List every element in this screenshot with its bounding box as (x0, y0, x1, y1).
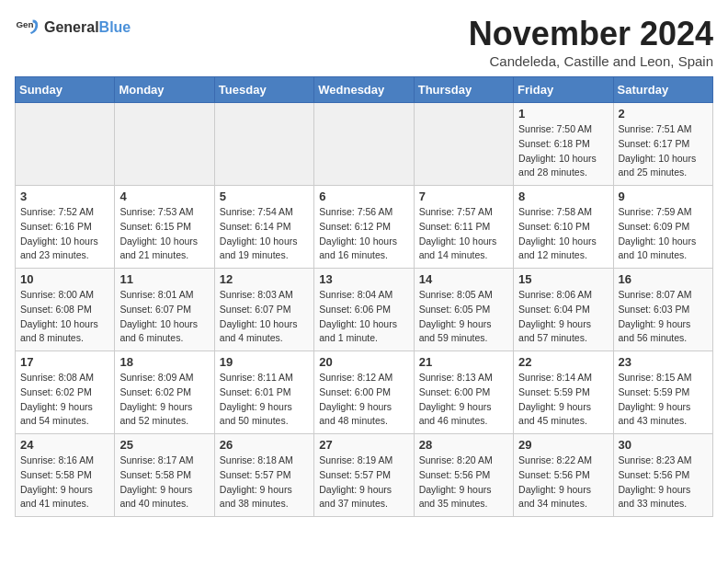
calendar-week-1: 1Sunrise: 7:50 AM Sunset: 6:18 PM Daylig… (16, 103, 713, 186)
calendar-cell: 8Sunrise: 7:58 AM Sunset: 6:10 PM Daylig… (514, 186, 613, 269)
calendar-cell: 18Sunrise: 8:09 AM Sunset: 6:02 PM Dayli… (115, 351, 214, 434)
day-number: 15 (518, 272, 608, 286)
day-info: Sunrise: 8:13 AM Sunset: 6:00 PM Dayligh… (419, 371, 508, 429)
day-info: Sunrise: 8:22 AM Sunset: 5:56 PM Dayligh… (518, 454, 608, 511)
day-info: Sunrise: 8:20 AM Sunset: 5:56 PM Dayligh… (419, 454, 508, 511)
day-number: 19 (220, 355, 309, 369)
calendar-cell: 2Sunrise: 7:51 AM Sunset: 6:17 PM Daylig… (613, 103, 712, 186)
day-info: Sunrise: 8:23 AM Sunset: 5:56 PM Dayligh… (619, 454, 708, 511)
calendar-cell: 13Sunrise: 8:04 AM Sunset: 6:06 PM Dayli… (314, 269, 414, 351)
day-info: Sunrise: 8:18 AM Sunset: 5:57 PM Dayligh… (220, 454, 309, 511)
location: Candeleda, Castille and Leon, Spain (469, 53, 713, 69)
header-sunday: Sunday (16, 77, 115, 103)
day-info: Sunrise: 8:01 AM Sunset: 6:07 PM Dayligh… (119, 288, 209, 346)
day-number: 25 (119, 438, 209, 452)
calendar-cell: 27Sunrise: 8:19 AM Sunset: 5:57 PM Dayli… (314, 434, 414, 517)
calendar-cell: 29Sunrise: 8:22 AM Sunset: 5:56 PM Dayli… (514, 434, 613, 517)
day-info: Sunrise: 8:15 AM Sunset: 5:59 PM Dayligh… (619, 371, 708, 429)
page-header: Gen GeneralBlue November 2024 Candeleda,… (15, 15, 713, 69)
day-number: 24 (20, 438, 109, 452)
day-number: 17 (20, 355, 109, 369)
calendar-table: SundayMondayTuesdayWednesdayThursdayFrid… (15, 76, 713, 517)
day-number: 4 (119, 190, 209, 203)
day-number: 3 (20, 190, 109, 203)
title-block: November 2024 Candeleda, Castille and Le… (469, 15, 713, 69)
svg-text:Gen: Gen (16, 19, 33, 29)
day-number: 8 (518, 190, 608, 203)
calendar-cell: 24Sunrise: 8:16 AM Sunset: 5:58 PM Dayli… (16, 434, 115, 517)
calendar-cell: 19Sunrise: 8:11 AM Sunset: 6:01 PM Dayli… (214, 351, 313, 434)
day-info: Sunrise: 8:07 AM Sunset: 6:03 PM Dayligh… (619, 288, 708, 346)
day-info: Sunrise: 7:52 AM Sunset: 6:16 PM Dayligh… (20, 205, 109, 263)
calendar-cell (16, 103, 115, 186)
calendar-cell (314, 103, 414, 186)
calendar-cell: 9Sunrise: 7:59 AM Sunset: 6:09 PM Daylig… (613, 186, 712, 269)
day-number: 2 (619, 107, 708, 121)
day-number: 1 (518, 107, 608, 121)
header-wednesday: Wednesday (314, 77, 414, 103)
header-monday: Monday (115, 77, 214, 103)
logo-general: General (44, 19, 99, 35)
day-info: Sunrise: 8:04 AM Sunset: 6:06 PM Dayligh… (319, 288, 408, 346)
logo: Gen GeneralBlue (15, 15, 131, 40)
day-number: 13 (319, 272, 408, 286)
calendar-cell: 15Sunrise: 8:06 AM Sunset: 6:04 PM Dayli… (514, 269, 613, 351)
calendar-cell: 25Sunrise: 8:17 AM Sunset: 5:58 PM Dayli… (115, 434, 214, 517)
day-number: 28 (419, 438, 508, 452)
day-info: Sunrise: 7:58 AM Sunset: 6:10 PM Dayligh… (518, 205, 608, 263)
day-info: Sunrise: 8:05 AM Sunset: 6:05 PM Dayligh… (419, 288, 508, 346)
calendar-cell: 17Sunrise: 8:08 AM Sunset: 6:02 PM Dayli… (16, 351, 115, 434)
day-info: Sunrise: 8:03 AM Sunset: 6:07 PM Dayligh… (220, 288, 309, 346)
calendar-cell: 12Sunrise: 8:03 AM Sunset: 6:07 PM Dayli… (214, 269, 313, 351)
day-number: 30 (619, 438, 708, 452)
month-year: November 2024 (469, 15, 713, 53)
calendar-cell: 16Sunrise: 8:07 AM Sunset: 6:03 PM Dayli… (613, 269, 712, 351)
calendar-cell: 3Sunrise: 7:52 AM Sunset: 6:16 PM Daylig… (16, 186, 115, 269)
calendar-cell: 10Sunrise: 8:00 AM Sunset: 6:08 PM Dayli… (16, 269, 115, 351)
day-info: Sunrise: 8:17 AM Sunset: 5:58 PM Dayligh… (119, 454, 209, 511)
day-number: 10 (20, 272, 109, 286)
day-number: 6 (319, 190, 408, 203)
day-number: 12 (220, 272, 309, 286)
logo-icon: Gen (15, 15, 40, 40)
day-info: Sunrise: 8:16 AM Sunset: 5:58 PM Dayligh… (20, 454, 109, 511)
calendar-week-3: 10Sunrise: 8:00 AM Sunset: 6:08 PM Dayli… (16, 269, 713, 351)
calendar-cell: 26Sunrise: 8:18 AM Sunset: 5:57 PM Dayli… (214, 434, 313, 517)
day-number: 22 (518, 355, 608, 369)
header-thursday: Thursday (414, 77, 513, 103)
calendar-cell (414, 103, 513, 186)
day-info: Sunrise: 8:00 AM Sunset: 6:08 PM Dayligh… (20, 288, 109, 346)
day-number: 26 (220, 438, 309, 452)
day-number: 16 (619, 272, 708, 286)
calendar-cell: 28Sunrise: 8:20 AM Sunset: 5:56 PM Dayli… (414, 434, 513, 517)
day-info: Sunrise: 8:19 AM Sunset: 5:57 PM Dayligh… (319, 454, 408, 511)
day-number: 23 (619, 355, 708, 369)
day-number: 5 (220, 190, 309, 203)
day-number: 7 (419, 190, 508, 203)
day-number: 20 (319, 355, 408, 369)
day-info: Sunrise: 7:56 AM Sunset: 6:12 PM Dayligh… (319, 205, 408, 263)
calendar-cell: 6Sunrise: 7:56 AM Sunset: 6:12 PM Daylig… (314, 186, 414, 269)
day-info: Sunrise: 8:08 AM Sunset: 6:02 PM Dayligh… (20, 371, 109, 429)
calendar-week-2: 3Sunrise: 7:52 AM Sunset: 6:16 PM Daylig… (16, 186, 713, 269)
day-number: 27 (319, 438, 408, 452)
header-tuesday: Tuesday (214, 77, 313, 103)
calendar-header-row: SundayMondayTuesdayWednesdayThursdayFrid… (16, 77, 713, 103)
day-info: Sunrise: 7:54 AM Sunset: 6:14 PM Dayligh… (220, 205, 309, 263)
calendar-cell: 22Sunrise: 8:14 AM Sunset: 5:59 PM Dayli… (514, 351, 613, 434)
day-number: 29 (518, 438, 608, 452)
day-info: Sunrise: 8:09 AM Sunset: 6:02 PM Dayligh… (119, 371, 209, 429)
calendar-cell: 20Sunrise: 8:12 AM Sunset: 6:00 PM Dayli… (314, 351, 414, 434)
day-info: Sunrise: 8:06 AM Sunset: 6:04 PM Dayligh… (518, 288, 608, 346)
day-number: 11 (119, 272, 209, 286)
day-info: Sunrise: 8:12 AM Sunset: 6:00 PM Dayligh… (319, 371, 408, 429)
calendar-cell: 1Sunrise: 7:50 AM Sunset: 6:18 PM Daylig… (514, 103, 613, 186)
day-number: 14 (419, 272, 508, 286)
header-saturday: Saturday (613, 77, 712, 103)
calendar-cell: 14Sunrise: 8:05 AM Sunset: 6:05 PM Dayli… (414, 269, 513, 351)
day-info: Sunrise: 7:57 AM Sunset: 6:11 PM Dayligh… (419, 205, 508, 263)
day-info: Sunrise: 8:11 AM Sunset: 6:01 PM Dayligh… (220, 371, 309, 429)
logo-blue: Blue (99, 19, 131, 35)
calendar-cell: 4Sunrise: 7:53 AM Sunset: 6:15 PM Daylig… (115, 186, 214, 269)
calendar-cell (115, 103, 214, 186)
